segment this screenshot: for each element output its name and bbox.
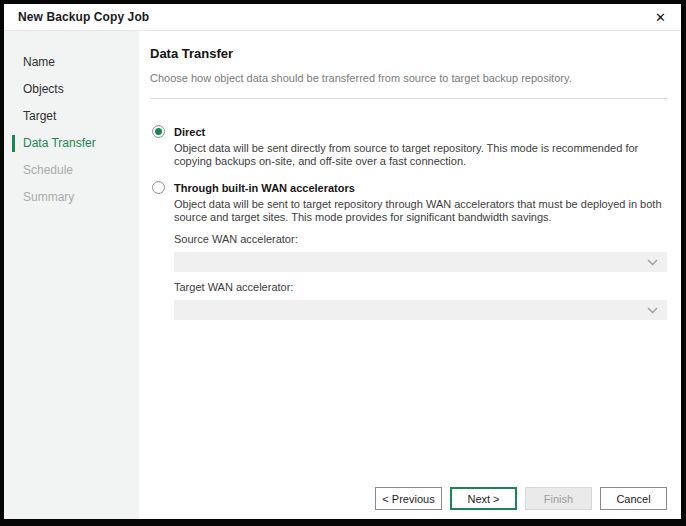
new-backup-copy-job-dialog: New Backup Copy Job ✕ Name Objects Targe… bbox=[0, 0, 686, 526]
previous-button[interactable]: < Previous bbox=[375, 487, 442, 510]
source-wan-field: Source WAN accelerator: bbox=[174, 233, 667, 272]
sidebar-item-name[interactable]: Name bbox=[4, 49, 139, 76]
target-wan-accelerator-select[interactable] bbox=[174, 300, 667, 320]
wizard-page-data-transfer: Data Transfer Choose how object data sho… bbox=[139, 31, 681, 519]
direct-description: Object data will be sent directly from s… bbox=[174, 142, 667, 168]
sidebar-item-objects[interactable]: Objects bbox=[4, 76, 139, 103]
sidebar-item-target[interactable]: Target bbox=[4, 103, 139, 130]
transfer-mode-options: Direct Object data will be sent directly… bbox=[150, 125, 667, 320]
radio-wan-accelerators[interactable] bbox=[152, 181, 165, 194]
radio-dot bbox=[155, 128, 162, 135]
target-wan-accelerator-label: Target WAN accelerator: bbox=[174, 281, 667, 293]
source-wan-accelerator-label: Source WAN accelerator: bbox=[174, 233, 667, 245]
wizard-steps-sidebar: Name Objects Target Data Transfer Schedu… bbox=[4, 31, 139, 519]
radio-direct-label[interactable]: Direct bbox=[174, 126, 205, 138]
source-wan-accelerator-select[interactable] bbox=[174, 252, 667, 272]
wizard-footer: < Previous Next > Finish Cancel bbox=[150, 487, 667, 511]
target-wan-field: Target WAN accelerator: bbox=[174, 281, 667, 320]
cancel-button[interactable]: Cancel bbox=[600, 487, 667, 510]
titlebar: New Backup Copy Job ✕ bbox=[4, 4, 681, 31]
radio-dot bbox=[155, 184, 162, 191]
wan-accelerators-description: Object data will be sent to target repos… bbox=[174, 198, 667, 224]
sidebar-item-data-transfer[interactable]: Data Transfer bbox=[4, 130, 139, 157]
next-button[interactable]: Next > bbox=[450, 487, 517, 510]
option-direct: Direct Object data will be sent directly… bbox=[152, 125, 667, 168]
page-title: Data Transfer bbox=[150, 46, 667, 61]
sidebar-item-schedule: Schedule bbox=[4, 157, 139, 184]
option-wan-accelerators: Through built-in WAN accelerators Object… bbox=[152, 181, 667, 320]
close-icon[interactable]: ✕ bbox=[655, 11, 666, 24]
dialog-body: Name Objects Target Data Transfer Schedu… bbox=[4, 31, 681, 519]
chevron-down-icon bbox=[647, 307, 658, 314]
page-subtitle: Choose how object data should be transfe… bbox=[150, 72, 667, 84]
radio-direct[interactable] bbox=[152, 125, 165, 138]
chevron-down-icon bbox=[647, 259, 658, 266]
finish-button: Finish bbox=[525, 487, 592, 510]
window-title: New Backup Copy Job bbox=[18, 10, 149, 24]
radio-wan-accelerators-label[interactable]: Through built-in WAN accelerators bbox=[174, 182, 355, 194]
sidebar-item-summary: Summary bbox=[4, 184, 139, 211]
header-divider bbox=[150, 98, 667, 99]
